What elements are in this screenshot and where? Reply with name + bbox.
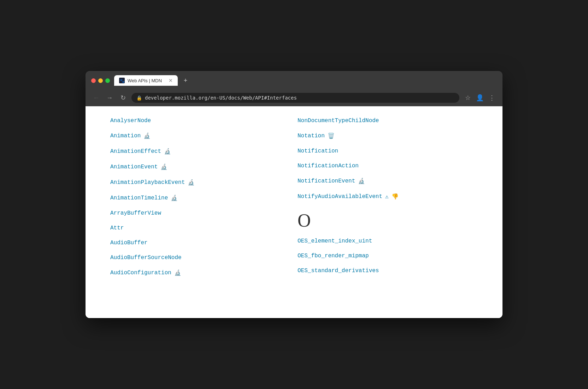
api-link-animationplaybackevent[interactable]: AnimationPlaybackEvent 🔬	[110, 175, 290, 190]
browser-tab-active[interactable]: 🐾 Web APIs | MDN ✕	[114, 75, 178, 86]
flask-icon: 🔬	[171, 194, 178, 202]
minimize-button[interactable]	[98, 78, 103, 83]
api-link-animationtimeline[interactable]: AnimationTimeline 🔬	[110, 190, 290, 206]
forward-button[interactable]: →	[105, 93, 114, 103]
new-tab-button[interactable]: +	[181, 76, 190, 85]
url-bar[interactable]: 🔒 developer.mozilla.org/en-US/docs/Web/A…	[131, 93, 459, 103]
api-link-audiobuffersourcenode[interactable]: AudioBufferSourceNode	[110, 250, 290, 265]
api-link-oes-element[interactable]: OES_element_index_uint	[298, 234, 478, 249]
trash-icon: 🗑️	[328, 132, 335, 139]
api-link-animationevent[interactable]: AnimationEvent 🔬	[110, 159, 290, 175]
api-grid: AnalyserNode Animation 🔬 AnimationEffect…	[86, 113, 502, 281]
tab-close-icon[interactable]: ✕	[169, 78, 173, 83]
tab-bar: 🐾 Web APIs | MDN ✕ +	[114, 75, 497, 86]
flask-icon: 🔬	[164, 148, 171, 155]
svg-text:🐾: 🐾	[120, 78, 125, 83]
account-icon[interactable]: 👤	[475, 93, 485, 103]
flask-icon: 🔬	[358, 178, 365, 185]
api-link-notificationaction[interactable]: NotificationAction	[298, 158, 478, 173]
flask-icon: 🔬	[188, 179, 195, 186]
api-link-oes-standard[interactable]: OES_standard_derivatives	[298, 263, 478, 278]
api-link-notificationevent[interactable]: NotificationEvent 🔬	[298, 173, 478, 189]
api-link-oes-fbo[interactable]: OES_fbo_render_mipmap	[298, 249, 478, 263]
thumbsdown-icon: 👎	[392, 193, 399, 200]
bookmark-icon[interactable]: ☆	[463, 93, 473, 103]
page-content: AnalyserNode Animation 🔬 AnimationEffect…	[86, 106, 502, 318]
reload-button[interactable]: ↻	[118, 93, 128, 103]
left-api-column: AnalyserNode Animation 🔬 AnimationEffect…	[107, 113, 294, 281]
url-text: developer.mozilla.org/en-US/docs/Web/API…	[145, 95, 297, 101]
flask-icon: 🔬	[143, 132, 151, 139]
api-link-arraybufferview[interactable]: ArrayBufferView	[110, 206, 290, 221]
api-link-notation[interactable]: Notation 🗑️	[298, 128, 478, 144]
section-o-heading: O	[298, 204, 478, 234]
tab-title: Web APIs | MDN	[128, 78, 166, 83]
tab-favicon: 🐾	[119, 78, 125, 83]
traffic-lights	[91, 78, 110, 83]
close-button[interactable]	[91, 78, 96, 83]
api-link-audiobuffer[interactable]: AudioBuffer	[110, 235, 290, 250]
address-bar: ← → ↻ 🔒 developer.mozilla.org/en-US/docs…	[86, 90, 502, 106]
maximize-button[interactable]	[105, 78, 110, 83]
api-link-nondocumenttypechildnode[interactable]: NonDocumentTypeChildNode	[298, 113, 478, 128]
flask-icon: 🔬	[174, 269, 181, 276]
title-bar: 🐾 Web APIs | MDN ✕ +	[86, 71, 502, 90]
api-link-notifyaudioavailableevent[interactable]: NotifyAudioAvailableEvent ⚠️ 👎	[298, 189, 478, 204]
browser-window: 🐾 Web APIs | MDN ✕ + ← → ↻ 🔒 developer.m…	[86, 71, 502, 318]
flask-icon: 🔬	[160, 163, 167, 170]
lock-icon: 🔒	[136, 95, 142, 101]
right-api-column: NonDocumentTypeChildNode Notation 🗑️ Not…	[294, 113, 481, 281]
api-link-audioconfiguration[interactable]: AudioConfiguration 🔬	[110, 265, 290, 281]
menu-icon[interactable]: ⋮	[487, 93, 497, 103]
api-link-animation[interactable]: Animation 🔬	[110, 128, 290, 144]
api-link-attr[interactable]: Attr	[110, 221, 290, 235]
api-link-animationeffect[interactable]: AnimationEffect 🔬	[110, 144, 290, 159]
back-button[interactable]: ←	[91, 93, 101, 103]
api-link-analysernode[interactable]: AnalyserNode	[110, 113, 290, 128]
warning-icon: ⚠️	[385, 193, 389, 200]
toolbar-right: ☆ 👤 ⋮	[463, 93, 497, 103]
api-link-notification[interactable]: Notification	[298, 144, 478, 158]
